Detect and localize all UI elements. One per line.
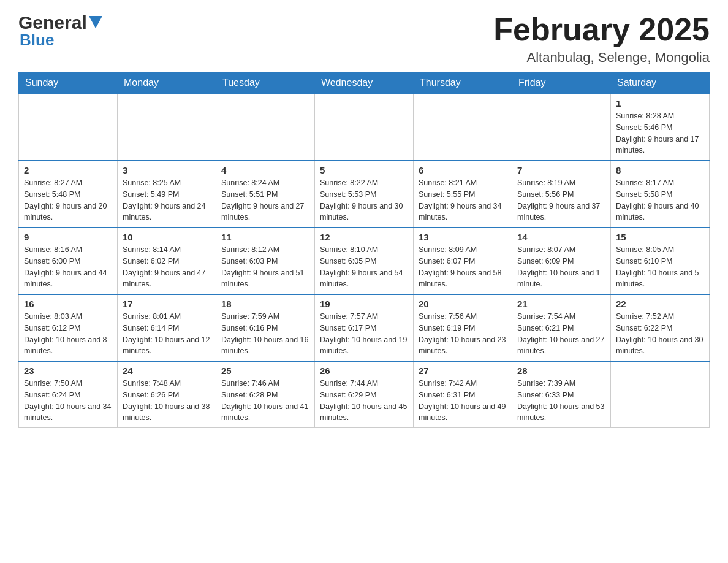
day-info: Sunset: 6:19 PM [419, 323, 507, 334]
day-info: Daylight: 9 hours and 40 minutes. [616, 201, 704, 224]
calendar-cell: 1Sunrise: 8:28 AMSunset: 5:46 PMDaylight… [611, 94, 710, 161]
day-info: Sunset: 5:49 PM [123, 189, 211, 201]
day-info: Sunrise: 8:28 AM [616, 110, 704, 122]
calendar-cell: 10Sunrise: 8:14 AMSunset: 6:02 PMDayligh… [118, 228, 216, 294]
day-info: Sunset: 6:24 PM [24, 389, 112, 401]
day-info: Sunrise: 8:05 AM [616, 244, 704, 256]
day-info: Daylight: 10 hours and 41 minutes. [221, 401, 309, 424]
day-info: Sunrise: 8:19 AM [517, 177, 605, 189]
calendar-cell: 8Sunrise: 8:17 AMSunset: 5:58 PMDaylight… [611, 161, 710, 228]
day-number: 26 [320, 366, 408, 376]
day-info: Daylight: 9 hours and 27 minutes. [221, 201, 309, 224]
page-header: General Blue February 2025 Altanbulag, S… [18, 12, 710, 66]
day-number: 10 [123, 232, 211, 242]
day-info: Sunrise: 7:44 AM [320, 378, 408, 389]
calendar-cell [19, 94, 118, 161]
day-info: Sunrise: 8:14 AM [123, 244, 211, 256]
day-info: Sunrise: 7:52 AM [616, 311, 704, 323]
calendar-cell [315, 94, 414, 161]
weekday-header-wednesday: Wednesday [315, 72, 414, 94]
day-info: Daylight: 10 hours and 8 minutes. [24, 334, 112, 358]
day-info: Sunset: 5:51 PM [221, 189, 309, 201]
day-info: Sunset: 6:28 PM [221, 389, 309, 401]
day-info: Daylight: 10 hours and 34 minutes. [24, 401, 112, 424]
day-info: Sunset: 5:56 PM [517, 189, 605, 201]
day-info: Sunrise: 8:12 AM [221, 244, 309, 256]
day-info: Daylight: 10 hours and 1 minute. [517, 267, 605, 291]
weekday-header-thursday: Thursday [414, 72, 512, 94]
calendar-week-2: 2Sunrise: 8:27 AMSunset: 5:48 PMDaylight… [19, 161, 710, 228]
day-info: Sunset: 6:31 PM [419, 389, 507, 401]
day-info: Sunset: 6:26 PM [123, 389, 211, 401]
logo-blue-text: Blue [20, 31, 54, 50]
day-number: 5 [320, 165, 408, 175]
day-info: Sunset: 5:53 PM [320, 189, 408, 201]
day-info: Sunset: 6:03 PM [221, 256, 309, 267]
day-info: Sunrise: 7:50 AM [24, 378, 112, 389]
calendar-cell: 12Sunrise: 8:10 AMSunset: 6:05 PMDayligh… [315, 228, 414, 294]
day-info: Sunset: 6:33 PM [517, 389, 605, 401]
day-info: Sunset: 6:17 PM [320, 323, 408, 334]
day-info: Sunset: 5:55 PM [419, 189, 507, 201]
calendar-cell: 22Sunrise: 7:52 AMSunset: 6:22 PMDayligh… [611, 294, 710, 361]
calendar-cell: 27Sunrise: 7:42 AMSunset: 6:31 PMDayligh… [414, 361, 512, 428]
calendar-cell: 5Sunrise: 8:22 AMSunset: 5:53 PMDaylight… [315, 161, 414, 228]
calendar-cell: 13Sunrise: 8:09 AMSunset: 6:07 PMDayligh… [414, 228, 512, 294]
calendar-week-5: 23Sunrise: 7:50 AMSunset: 6:24 PMDayligh… [19, 361, 710, 428]
day-info: Sunset: 6:22 PM [616, 323, 704, 334]
day-info: Sunrise: 7:59 AM [221, 311, 309, 323]
day-info: Sunset: 6:14 PM [123, 323, 211, 334]
day-number: 28 [517, 366, 605, 376]
day-number: 18 [221, 299, 309, 309]
calendar-cell: 15Sunrise: 8:05 AMSunset: 6:10 PMDayligh… [611, 228, 710, 294]
day-info: Sunset: 6:29 PM [320, 389, 408, 401]
weekday-header-saturday: Saturday [611, 72, 710, 94]
calendar-cell: 17Sunrise: 8:01 AMSunset: 6:14 PMDayligh… [118, 294, 216, 361]
calendar-cell: 2Sunrise: 8:27 AMSunset: 5:48 PMDaylight… [19, 161, 118, 228]
day-info: Sunrise: 7:39 AM [517, 378, 605, 389]
calendar-week-4: 16Sunrise: 8:03 AMSunset: 6:12 PMDayligh… [19, 294, 710, 361]
day-number: 9 [24, 232, 112, 242]
calendar-cell [118, 94, 216, 161]
day-number: 27 [419, 366, 507, 376]
day-info: Sunset: 6:16 PM [221, 323, 309, 334]
day-info: Sunset: 6:02 PM [123, 256, 211, 267]
day-info: Sunrise: 8:10 AM [320, 244, 408, 256]
svg-marker-0 [89, 16, 102, 28]
day-info: Sunset: 6:10 PM [616, 256, 704, 267]
day-info: Sunset: 5:46 PM [616, 122, 704, 134]
day-number: 12 [320, 232, 408, 242]
day-info: Daylight: 9 hours and 47 minutes. [123, 267, 211, 291]
calendar-cell [414, 94, 512, 161]
day-number: 1 [616, 98, 704, 109]
calendar-cell: 14Sunrise: 8:07 AMSunset: 6:09 PMDayligh… [512, 228, 611, 294]
day-info: Sunrise: 8:16 AM [24, 244, 112, 256]
day-number: 4 [221, 165, 309, 175]
day-info: Daylight: 9 hours and 20 minutes. [24, 201, 112, 224]
weekday-header-friday: Friday [512, 72, 611, 94]
day-info: Sunrise: 7:54 AM [517, 311, 605, 323]
calendar-cell: 26Sunrise: 7:44 AMSunset: 6:29 PMDayligh… [315, 361, 414, 428]
weekday-header-monday: Monday [118, 72, 216, 94]
day-info: Daylight: 10 hours and 12 minutes. [123, 334, 211, 358]
calendar-cell: 6Sunrise: 8:21 AMSunset: 5:55 PMDaylight… [414, 161, 512, 228]
day-info: Sunrise: 7:42 AM [419, 378, 507, 389]
calendar-week-1: 1Sunrise: 8:28 AMSunset: 5:46 PMDaylight… [19, 94, 710, 161]
calendar-cell: 28Sunrise: 7:39 AMSunset: 6:33 PMDayligh… [512, 361, 611, 428]
day-info: Sunset: 6:00 PM [24, 256, 112, 267]
day-info: Daylight: 10 hours and 16 minutes. [221, 334, 309, 358]
day-info: Daylight: 10 hours and 30 minutes. [616, 334, 704, 358]
day-info: Sunrise: 8:09 AM [419, 244, 507, 256]
day-info: Daylight: 9 hours and 44 minutes. [24, 267, 112, 291]
calendar-cell: 9Sunrise: 8:16 AMSunset: 6:00 PMDaylight… [19, 228, 118, 294]
title-block: February 2025 Altanbulag, Selenge, Mongo… [493, 12, 710, 66]
day-info: Daylight: 9 hours and 34 minutes. [419, 201, 507, 224]
day-info: Sunrise: 7:46 AM [221, 378, 309, 389]
day-info: Sunrise: 8:24 AM [221, 177, 309, 189]
day-number: 15 [616, 232, 704, 242]
day-info: Sunrise: 7:56 AM [419, 311, 507, 323]
day-info: Sunrise: 7:48 AM [123, 378, 211, 389]
day-info: Sunrise: 8:21 AM [419, 177, 507, 189]
calendar-cell: 24Sunrise: 7:48 AMSunset: 6:26 PMDayligh… [118, 361, 216, 428]
day-info: Sunset: 6:21 PM [517, 323, 605, 334]
